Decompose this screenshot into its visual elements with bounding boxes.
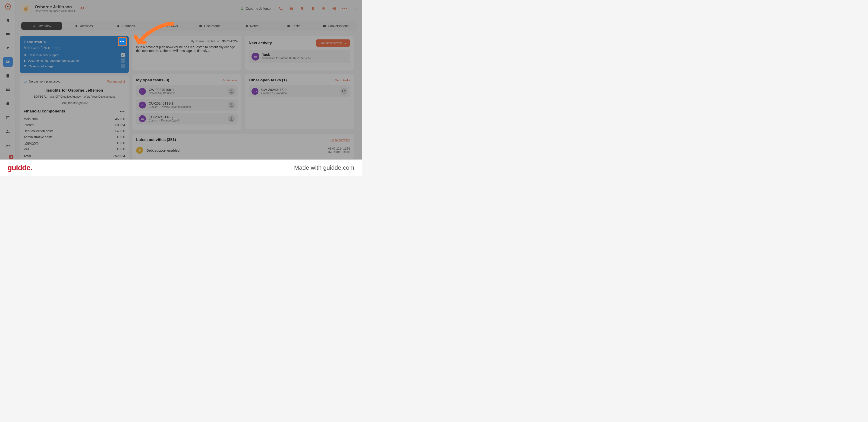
checkbox-unchecked[interactable] bbox=[121, 64, 125, 68]
svg-point-19 bbox=[324, 8, 324, 8]
tag[interactable]: WordPress Development bbox=[84, 95, 115, 98]
svg-rect-1 bbox=[6, 33, 9, 35]
task-item[interactable]: ▭ CU-20240118-1Custom - Review communica… bbox=[136, 99, 238, 111]
watch-icon[interactable] bbox=[80, 6, 85, 11]
insights-title: Insights for Osborne Jefferson bbox=[24, 88, 125, 93]
nav-cards[interactable] bbox=[3, 29, 13, 39]
made-with-text: Made with guidde.com bbox=[294, 164, 354, 171]
case-status-card: Case status Main workflow running ✻ Case… bbox=[20, 36, 129, 73]
financial-row: Interest£83.54 bbox=[24, 122, 125, 128]
svg-point-0 bbox=[7, 6, 8, 7]
more-icon[interactable]: ••• bbox=[343, 6, 347, 11]
tab-documents[interactable]: Documents bbox=[189, 22, 230, 30]
plan-activity-button[interactable]: Plan new activity bbox=[316, 39, 350, 47]
svg-point-15 bbox=[241, 7, 243, 8]
next-activity-title: Next activity bbox=[249, 41, 272, 46]
svg-rect-5 bbox=[7, 61, 8, 62]
payment-banner: ⓘ No payment plan active Terminated: 2 bbox=[24, 79, 125, 85]
tab-tasks[interactable]: Tasks bbox=[273, 22, 314, 30]
nav-case[interactable] bbox=[3, 57, 13, 67]
financial-row: Administrative costs£0.00 bbox=[24, 134, 125, 140]
checkbox-checked[interactable] bbox=[121, 53, 125, 57]
nav-team[interactable] bbox=[3, 126, 13, 136]
tab-finances[interactable]: Finances bbox=[105, 22, 146, 30]
svg-rect-7 bbox=[6, 89, 9, 91]
case-status-item: ▮ Documents not required from customer bbox=[24, 58, 125, 63]
case-status-title: Case status bbox=[24, 40, 125, 45]
case-avatar bbox=[20, 3, 31, 15]
svg-point-29 bbox=[230, 89, 232, 91]
financial-title: Financial components bbox=[24, 109, 65, 114]
open-tasks-card: My open tasks (3) Go to tasks ▭ CW-20240… bbox=[132, 74, 241, 130]
svg-point-24 bbox=[158, 26, 159, 27]
tag[interactable]: branDiT Creative Agency bbox=[50, 95, 81, 98]
nav-branch[interactable] bbox=[3, 113, 13, 122]
next-activity-item[interactable]: ▭ Task Scheduled to start on 03-02-2024 … bbox=[249, 50, 350, 63]
tag[interactable]: BDTBG71 bbox=[34, 95, 46, 98]
svg-point-3 bbox=[8, 47, 9, 48]
nav-data[interactable] bbox=[3, 71, 13, 81]
next-activity-task-sub: Scheduled to start on 03-02-2024 17:59 bbox=[262, 57, 311, 60]
tab-label: Workflows bbox=[163, 24, 178, 28]
tab-notes[interactable]: Notes bbox=[231, 22, 272, 30]
svg-point-30 bbox=[230, 103, 232, 105]
info-icon: ⓘ bbox=[24, 79, 27, 83]
footer-bar: guidde. Made with guidde.com bbox=[0, 160, 362, 176]
task-item[interactable]: ▭ CU-20240118-2Custom - Finance Check bbox=[136, 113, 238, 124]
activity-text: Debt support enabled bbox=[146, 148, 180, 152]
chevron-down-icon[interactable] bbox=[353, 6, 358, 11]
email-icon[interactable] bbox=[289, 6, 293, 11]
page-content: Osborne Jefferson Case owner number: ACC… bbox=[16, 0, 362, 160]
phone-icon[interactable] bbox=[279, 6, 283, 11]
nav-mail[interactable] bbox=[3, 85, 13, 94]
case-status-menu-button[interactable]: ••• bbox=[119, 38, 126, 46]
nav-settings[interactable] bbox=[3, 141, 13, 150]
notification-badge[interactable]: 4 bbox=[9, 154, 13, 159]
svg-rect-16 bbox=[290, 8, 293, 10]
mobile-icon[interactable] bbox=[311, 6, 315, 11]
nav-people[interactable] bbox=[3, 43, 13, 53]
tab-label: Tasks bbox=[292, 24, 300, 28]
open-tasks-title: My open tasks (3) bbox=[136, 78, 169, 83]
guidde-logo: guidde. bbox=[7, 164, 32, 172]
nav-home[interactable] bbox=[3, 15, 13, 25]
svg-point-31 bbox=[230, 117, 232, 118]
nav-finance[interactable] bbox=[3, 99, 13, 109]
tab-activities[interactable]: Activities bbox=[63, 22, 104, 30]
tag[interactable]: Debt_BreathingSpace bbox=[61, 102, 88, 105]
header-user[interactable]: Osborne Jefferson bbox=[240, 7, 272, 10]
note-body: Is in a payment plan however he has requ… bbox=[136, 45, 238, 53]
svg-rect-26 bbox=[246, 25, 247, 27]
tab-label: Finances bbox=[122, 24, 135, 28]
latest-activities-title: Latest activities (351) bbox=[136, 138, 176, 142]
checkbox-unchecked[interactable] bbox=[121, 58, 125, 63]
svg-point-9 bbox=[6, 118, 7, 119]
go-to-tasks-link[interactable]: Go to tasks bbox=[222, 79, 238, 82]
tab-workflows[interactable]: Workflows bbox=[147, 22, 188, 30]
banner-text: No payment plan active bbox=[29, 80, 60, 83]
avatar: LR bbox=[340, 88, 347, 95]
task-item[interactable]: ▭ CW-20240109-1Created by Workflow bbox=[136, 85, 238, 97]
document-icon: ▮ bbox=[24, 59, 25, 62]
sidenav: 4 bbox=[0, 0, 16, 160]
financial-row: Debt collection costs£40.00 bbox=[24, 128, 125, 134]
case-status-item: ✻ Case is in debt support bbox=[24, 53, 125, 57]
globe-icon[interactable] bbox=[332, 6, 336, 11]
task-icon: ▭ bbox=[139, 115, 146, 122]
android-icon[interactable] bbox=[321, 6, 326, 11]
task-item[interactable]: ▭ CW-20240118-2Created by Workflow LR bbox=[249, 85, 350, 97]
tab-conversations[interactable]: Conversations bbox=[315, 22, 356, 30]
go-to-tasks-link[interactable]: Go to tasks bbox=[335, 79, 350, 82]
case-status-item-label: Case is in debt support bbox=[29, 53, 59, 57]
svg-point-14 bbox=[24, 7, 28, 11]
avatar bbox=[228, 115, 235, 122]
next-activity-task-title: Task bbox=[262, 53, 311, 57]
avatar bbox=[228, 102, 235, 109]
terminated-link[interactable]: Terminated: 2 bbox=[107, 80, 125, 83]
location-icon[interactable] bbox=[300, 6, 304, 11]
case-status-subtitle: Main workflow running bbox=[24, 46, 125, 50]
svg-point-13 bbox=[7, 145, 8, 146]
financial-menu-button[interactable]: ••• bbox=[120, 109, 125, 114]
asterisk-icon: ✻ bbox=[24, 53, 26, 57]
tab-overview[interactable]: Overview bbox=[21, 22, 62, 30]
